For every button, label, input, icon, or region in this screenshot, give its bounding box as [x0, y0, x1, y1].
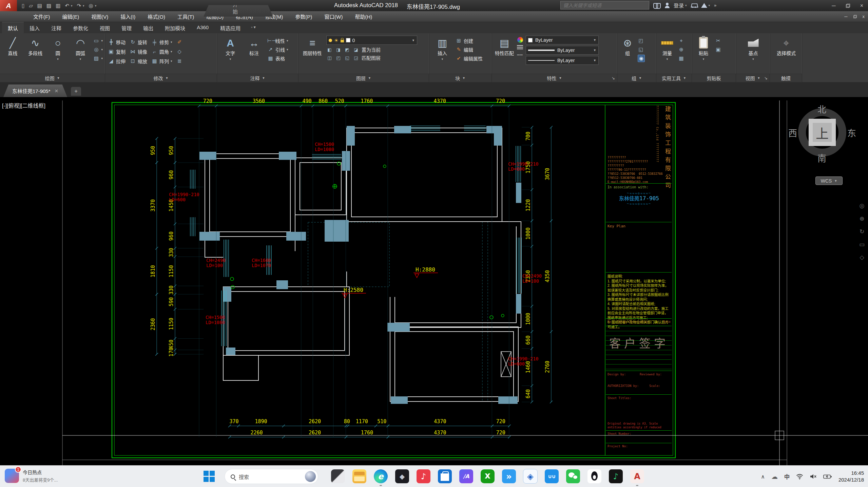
new-tab-button[interactable]: + — [71, 87, 81, 96]
open-file-icon[interactable]: ▱ — [29, 3, 33, 9]
ribbon-tab-精选应用[interactable]: 精选应用 — [214, 22, 246, 33]
trim-button[interactable]: ╪修剪▾ — [151, 38, 172, 46]
explode-button[interactable]: ◇ — [176, 48, 183, 55]
scale-button[interactable]: ⊡缩放 — [130, 57, 147, 65]
workspace-icon[interactable]: ◎ — [89, 3, 93, 9]
measure-button[interactable]: 测量▾ — [659, 35, 675, 62]
redo-icon[interactable]: ↷ — [77, 3, 81, 9]
viewport-controls[interactable]: [-][俯视][二维线框] — [2, 101, 45, 109]
menu-item-帮助(H)[interactable]: 帮助(H) — [349, 13, 378, 20]
netease-music-icon[interactable] — [417, 469, 430, 483]
menu-item-工具(T)[interactable]: 工具(T) — [171, 13, 200, 20]
qq-icon[interactable] — [587, 469, 601, 483]
start-tab[interactable]: 开始 — [204, 5, 273, 17]
select-mode-button[interactable]: ⌖选择模式 — [776, 35, 797, 56]
ribbon-tab-默认[interactable]: 默认 — [2, 22, 24, 33]
copy-clip-button[interactable]: ▣ — [715, 46, 721, 53]
color-wheel-icon[interactable] — [517, 37, 523, 43]
layer-thaw-sun-icon[interactable]: ☀ — [334, 38, 339, 43]
battery-charging-icon[interactable] — [823, 474, 832, 479]
edit-block-button[interactable]: ✎编辑 — [456, 46, 483, 53]
modify-panel-label[interactable]: 修改▼ — [105, 74, 217, 82]
menu-item-视图(V)[interactable]: 视图(V) — [85, 13, 114, 20]
hidden-icons-chevron[interactable]: ∧ — [761, 473, 765, 480]
edit-attributes-button[interactable]: ✔编辑属性 — [456, 55, 483, 62]
restore-button[interactable] — [846, 4, 850, 8]
music-player-icon[interactable] — [609, 469, 623, 483]
diamond-app-icon[interactable] — [395, 469, 409, 483]
ribbon-tab-A360[interactable]: A360 — [191, 22, 214, 33]
wcs-dropdown[interactable]: WCS▼ — [815, 176, 843, 185]
quick-select-button[interactable]: ⊕ — [678, 46, 684, 53]
close-button[interactable]: × — [860, 3, 863, 9]
full-navigation-wheel-icon[interactable]: ◎ — [860, 202, 865, 209]
group-selection-toggle[interactable]: ◉ — [638, 55, 645, 62]
taskbar-search[interactable]: 搜索 — [225, 469, 318, 484]
lineweight-icon[interactable] — [517, 45, 523, 50]
autodesk-exchange-icon[interactable] — [701, 3, 707, 8]
create-block-button[interactable]: ⊞创建 — [456, 37, 483, 44]
plot-icon[interactable]: ▥ — [56, 3, 60, 9]
uu-app-icon[interactable] — [545, 469, 559, 483]
layer-properties-button[interactable]: ≡图层特性 — [301, 35, 324, 56]
pc-manager-icon[interactable] — [523, 469, 537, 483]
document-tab[interactable]: 东林佳苑17-905*✕ — [3, 85, 67, 97]
view-cube-top-face[interactable]: 上 — [813, 123, 832, 142]
clipboard-panel-label[interactable]: 剪贴板 — [692, 74, 736, 82]
redo-caret-icon[interactable]: ▾ — [83, 4, 84, 7]
minimize-button[interactable]: ─ — [832, 3, 835, 9]
pan-icon[interactable]: ⊕ — [860, 215, 864, 222]
view-cube-face[interactable]: 上 — [809, 119, 836, 146]
properties-dialog-launcher-icon[interactable]: ↘ — [612, 76, 615, 80]
layer-on-all-icon[interactable]: ◫ — [326, 55, 333, 60]
move-button[interactable]: ╋移动 — [108, 38, 126, 46]
properties-panel-label[interactable]: 特性▼ — [492, 74, 617, 82]
match-layer-button[interactable]: 匹配图层 — [362, 54, 381, 61]
menu-item-插入(I)[interactable]: 插入(I) — [114, 13, 141, 20]
close-tab-icon[interactable]: ✕ — [55, 88, 59, 94]
signin-caret-icon[interactable]: ▾ — [685, 4, 687, 7]
draw-panel-label[interactable]: 绘图▼ — [0, 74, 105, 82]
donut-button[interactable]: ◎▾ — [93, 46, 103, 53]
doc-close-button[interactable]: x — [863, 14, 865, 19]
expand-toolbar-icon[interactable]: » — [714, 3, 715, 8]
stretch-button[interactable]: ◢拉伸 — [108, 57, 126, 65]
layer-isolate-icon[interactable]: ◨ — [335, 47, 342, 52]
cut-button[interactable]: ✂ — [715, 37, 721, 44]
ribbon-minimize-icon[interactable]: ▫ ▾ — [246, 22, 259, 33]
layer-off-icon[interactable]: ◧ — [326, 47, 333, 52]
menu-item-窗口(W)[interactable]: 窗口(W) — [318, 13, 349, 20]
app-store-cart-icon[interactable] — [691, 3, 697, 8]
group-edit-button[interactable]: ◱ — [638, 46, 645, 53]
group-button[interactable]: ⊛组 — [620, 35, 635, 56]
save-icon[interactable]: ▤ — [37, 3, 42, 9]
start-button[interactable] — [204, 471, 215, 482]
table-button[interactable]: ▦表格 — [267, 55, 288, 62]
offset-button[interactable]: ≣ — [176, 57, 183, 65]
copy-button[interactable]: ▣复制 — [108, 48, 126, 55]
ribbon-tab-附加模块[interactable]: 附加模块 — [159, 22, 191, 33]
menu-item-格式(O)[interactable]: 格式(O) — [141, 13, 171, 20]
volume-muted-icon[interactable] — [810, 474, 817, 479]
xbox-icon[interactable] — [481, 469, 495, 483]
undo-caret-icon[interactable]: ▾ — [71, 4, 73, 7]
layers-panel-label[interactable]: 图层▼ — [298, 74, 429, 82]
ribbon-tab-视图[interactable]: 视图 — [94, 22, 116, 33]
floor-plan-drawing[interactable]: 7203560490860520176043707203701890262080… — [0, 97, 868, 465]
zoom-extents-icon[interactable]: ↻ — [860, 228, 864, 235]
polyline-button[interactable]: ∿多段线 — [25, 35, 45, 56]
layer-on-bulb-icon[interactable] — [329, 39, 332, 42]
signin-label[interactable]: 登录 — [674, 2, 684, 9]
layer-lock-toggle-icon[interactable]: ◪ — [353, 47, 359, 52]
quick-calc-button[interactable]: ▦ — [678, 55, 684, 62]
wifi-icon[interactable] — [796, 474, 803, 480]
widget-icon[interactable]: 1 — [5, 469, 19, 483]
compass-south-label[interactable]: 南 — [817, 151, 826, 164]
base-point-button[interactable]: 基点▾ — [744, 35, 763, 62]
rectangle-button[interactable]: ▭▾ — [93, 37, 103, 44]
taskbar-clock[interactable]: 16:45 2024/12/18 — [838, 470, 864, 483]
onedrive-cloud-icon[interactable]: ☁ — [771, 473, 778, 481]
dimension-button[interactable]: ↔标注 — [244, 35, 265, 56]
linetype-icon[interactable]: ┅┅ — [517, 52, 523, 57]
text-button[interactable]: A文字▾ — [220, 35, 241, 62]
